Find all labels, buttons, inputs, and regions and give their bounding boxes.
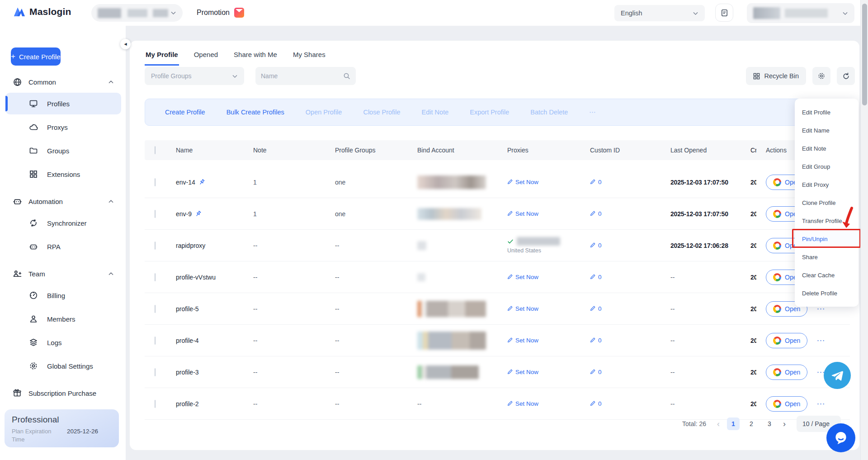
page-button-1[interactable]: 1 (727, 417, 740, 430)
select-all-checkbox[interactable] (155, 146, 156, 154)
action-batch-delete[interactable]: Batch Delete (530, 109, 568, 116)
workspace-selector[interactable] (91, 4, 183, 22)
name-search-input[interactable] (261, 72, 343, 80)
row-more-actions-button[interactable]: ⋯ (815, 398, 827, 410)
menu-item-pin-unpin[interactable]: Pin/Unpin (795, 230, 859, 248)
action-open-profile[interactable]: Open Profile (306, 109, 342, 116)
pencil-icon (590, 337, 596, 344)
sidebar-item-logs[interactable]: Logs (0, 331, 126, 354)
row-checkbox[interactable] (155, 273, 156, 281)
tab-my-shares[interactable]: My Shares (292, 46, 326, 66)
set-now-link[interactable]: Set Now (507, 337, 590, 344)
sidebar-item-extensions[interactable]: Extensions (0, 162, 126, 186)
menu-item-transfer-profile[interactable]: Transfer Profile (795, 212, 859, 230)
custom-id-edit[interactable]: 0 (590, 274, 670, 281)
note-cell: -- (253, 337, 335, 344)
page-scrollbar[interactable] (860, 0, 868, 460)
row-checkbox[interactable] (155, 305, 156, 313)
sidebar-item-rpa[interactable]: RPA (0, 235, 126, 258)
row-more-actions-button[interactable]: ⋯ (815, 334, 827, 346)
docs-button[interactable] (715, 4, 733, 22)
custom-id-edit[interactable]: 0 (590, 369, 670, 376)
open-profile-button[interactable]: Open (766, 396, 807, 412)
set-now-link[interactable]: Set Now (507, 305, 590, 313)
redacted-avatar (753, 7, 780, 19)
table-settings-button[interactable] (812, 67, 830, 85)
telegram-button[interactable] (824, 362, 851, 389)
chrome-browser-icon (773, 337, 781, 345)
sidebar-item-billing[interactable]: Billing (0, 284, 126, 307)
created-cell: 20 (750, 337, 766, 344)
custom-id-edit[interactable]: 0 (590, 210, 670, 218)
open-profile-button[interactable]: Open (766, 365, 807, 380)
created-clipped-value: 20 (750, 179, 756, 186)
custom-id-edit[interactable]: 0 (590, 305, 670, 313)
sidebar-item-global-settings[interactable]: Global Settings (0, 354, 126, 378)
set-now-label: Set Now (515, 337, 538, 344)
action-close-profile[interactable]: Close Profile (363, 109, 400, 116)
tab-opened[interactable]: Opened (193, 46, 219, 66)
row-checkbox[interactable] (155, 242, 156, 250)
custom-id-edit[interactable]: 0 (590, 337, 670, 344)
sidebar-item-synchronizer[interactable]: Synchronizer (0, 211, 126, 235)
profile-name: profile-3 (176, 369, 199, 376)
create-profile-button[interactable]: + Create Profile (11, 47, 61, 66)
set-now-link[interactable]: Set Now (507, 369, 590, 376)
row-checkbox[interactable] (155, 400, 156, 408)
action-export-profile[interactable]: Export Profile (470, 109, 509, 116)
recycle-bin-button[interactable]: Recycle Bin (746, 67, 806, 85)
menu-item-clear-cache[interactable]: Clear Cache (795, 266, 859, 284)
row-checkbox[interactable] (155, 178, 156, 186)
action-[interactable]: ⋯ (589, 109, 596, 116)
menu-item-clone-profile[interactable]: Clone Profile (795, 194, 859, 212)
sidebar-item-label: Proxys (47, 123, 68, 131)
open-profile-button[interactable]: Open (766, 333, 807, 348)
custom-id-edit[interactable]: 0 (590, 242, 670, 249)
sidebar-collapse-button[interactable]: ◀ (120, 39, 131, 49)
custom-id-edit[interactable]: 0 (590, 179, 670, 186)
menu-item-edit-proxy[interactable]: Edit Proxy (795, 175, 859, 194)
sidebar-item-groups[interactable]: Groups (0, 139, 126, 162)
pencil-icon (590, 179, 596, 186)
note-cell: -- (253, 400, 335, 408)
action-edit-note[interactable]: Edit Note (422, 109, 449, 116)
row-checkbox[interactable] (155, 368, 156, 376)
sidebar-section-common[interactable]: Common (0, 72, 126, 92)
profile-groups-select[interactable]: Profile Groups (145, 67, 244, 85)
menu-item-edit-group[interactable]: Edit Group (795, 157, 859, 175)
user-account-menu[interactable] (747, 3, 854, 23)
menu-item-share[interactable]: Share (795, 248, 859, 266)
next-page-button[interactable]: › (781, 420, 788, 428)
custom-id-value: 0 (598, 305, 602, 312)
set-now-link[interactable]: Set Now (507, 400, 590, 408)
language-value: English (621, 9, 642, 17)
sidebar-item-proxys[interactable]: Proxys (0, 115, 126, 139)
row-checkbox[interactable] (155, 210, 156, 218)
live-chat-button[interactable] (826, 423, 855, 452)
menu-item-edit-name[interactable]: Edit Name (795, 121, 859, 139)
sidebar-item-subscription-purchase[interactable]: Subscription Purchase (0, 383, 126, 403)
set-now-link[interactable]: Set Now (507, 210, 590, 218)
set-now-link[interactable]: Set Now (507, 179, 590, 186)
menu-item-edit-note[interactable]: Edit Note (795, 139, 859, 157)
action-bulk-create-profiles[interactable]: Bulk Create Profiles (226, 109, 284, 116)
tab-share-with-me[interactable]: Share with Me (233, 46, 278, 66)
refresh-button[interactable] (837, 67, 855, 85)
language-select[interactable]: English (614, 5, 705, 21)
action-create-profile[interactable]: Create Profile (165, 109, 205, 116)
sidebar-item-profiles[interactable]: Profiles (5, 93, 121, 114)
sidebar-section-automation[interactable]: Automation (0, 191, 126, 211)
row-checkbox[interactable] (155, 337, 156, 345)
set-now-link[interactable]: Set Now (507, 274, 590, 281)
page-button-2[interactable]: 2 (745, 417, 758, 430)
menu-item-edit-profile[interactable]: Edit Profile (795, 103, 859, 121)
sidebar-section-team[interactable]: Team (0, 264, 126, 284)
custom-id-edit[interactable]: 0 (590, 400, 670, 408)
tab-my-profile[interactable]: My Profile (145, 46, 179, 66)
menu-item-delete-profile[interactable]: Delete Profile (795, 284, 859, 302)
promotion-link[interactable]: Promotion (197, 8, 244, 18)
scrollbar-thumb[interactable] (862, 4, 867, 105)
sidebar-item-members[interactable]: Members (0, 307, 126, 331)
page-button-3[interactable]: 3 (763, 417, 776, 430)
prev-page-button[interactable]: ‹ (715, 420, 722, 428)
